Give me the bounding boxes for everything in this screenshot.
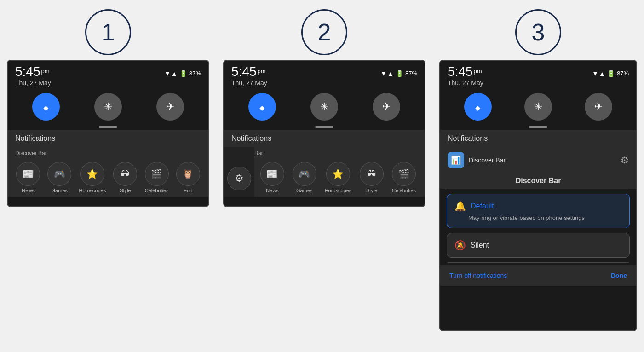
celebrities-label-1: Celebrities — [145, 188, 169, 193]
wifi-tile-2[interactable]: ⬥ — [248, 93, 276, 121]
silent-label: Silent — [471, 241, 489, 249]
scroll-indicator-2 — [224, 124, 425, 130]
celebrities-label-2: Celebrities — [392, 188, 416, 193]
default-option[interactable]: 🔔 Default May ring or vibrate based on p… — [447, 194, 630, 228]
status-icons-3: ▾ ▲ 🔋 87% — [593, 69, 629, 78]
games-icon-2: 🎮 — [293, 162, 316, 186]
games-label-1: Games — [52, 188, 68, 193]
bluetooth-tile-2[interactable]: ✳ — [310, 93, 338, 121]
fun-label-1: Fun — [184, 188, 192, 193]
date-1: Thu, 27 May — [15, 79, 51, 87]
default-desc: May ring or vibrate based on phone setti… — [454, 214, 622, 221]
celebrities-icon-1: 🎬 — [145, 162, 169, 186]
step-1-circle: 1 — [85, 9, 131, 55]
gear-overlay: ⚙ — [224, 147, 254, 197]
status-icons-1: ▾ ▲ 🔋 87% — [166, 69, 201, 78]
wifi-tile-1[interactable]: ⬥ — [32, 93, 60, 121]
step-2-number: 2 — [318, 18, 331, 46]
discover-item-games-1[interactable]: 🎮 Games — [47, 162, 71, 193]
discover-bar-row-left: 📊 Discover Bar — [448, 152, 506, 168]
discover-item-horoscopes-1[interactable]: ⭐ Horoscopes — [79, 162, 106, 193]
step-3: 3 5:45pm Thu, 27 May ▾ ▲ 🔋 87% — [439, 9, 637, 331]
gear-icon-overlay[interactable]: ⚙ — [227, 167, 251, 190]
discover-item-celebrities-1[interactable]: 🎬 Celebrities — [145, 162, 169, 193]
discover-item-style-2[interactable]: 🕶 Style — [360, 162, 384, 193]
style-icon-2: 🕶 — [360, 162, 384, 186]
steps-container: 1 5:45pm Thu, 27 May ▾ ▲ 🔋 87% — [9, 9, 635, 331]
signal-icon-2: ▲ — [387, 70, 394, 77]
scroll-pill-1 — [99, 126, 117, 128]
scroll-pill-2 — [315, 126, 334, 128]
divider-1 — [448, 189, 629, 189]
turn-off-notifications-button[interactable]: Turn off notifications — [449, 272, 507, 279]
signal-icon-3: ▲ — [599, 70, 605, 77]
bluetooth-tile-3[interactable]: ✳ — [524, 93, 552, 121]
airplane-tile-3[interactable]: ✈ — [585, 93, 612, 121]
horoscopes-icon-1: ⭐ — [80, 162, 104, 186]
date-3: Thu, 27 May — [448, 79, 483, 87]
default-option-row: 🔔 Default — [454, 201, 622, 212]
ampm-2: pm — [258, 68, 266, 75]
discover-bar-name-center: Discover Bar — [440, 173, 636, 189]
scroll-indicator-3 — [440, 124, 636, 130]
status-bar-2: 5:45pm Thu, 27 May ▾ ▲ 🔋 87% — [224, 61, 425, 89]
battery-pct-2: 87% — [405, 70, 417, 77]
screen-2: 5:45pm Thu, 27 May ▾ ▲ 🔋 87% ⬥ ✳ ✈ — [223, 60, 426, 207]
wifi-tile-3[interactable]: ⬥ — [464, 93, 492, 121]
time-1: 5:45pm — [15, 65, 51, 78]
games-icon-1: 🎮 — [47, 162, 71, 186]
discover-bar-label-1: Discover Bar — [8, 147, 208, 158]
battery-icon-1: 🔋 — [179, 70, 187, 77]
quick-tiles-1: ⬥ ✳ ✈ — [8, 89, 208, 124]
games-label-2: Games — [296, 188, 312, 193]
scroll-indicator-1 — [8, 124, 208, 130]
quick-tiles-2: ⬥ ✳ ✈ — [224, 89, 425, 124]
battery-pct-3: 87% — [617, 70, 629, 77]
discover-bar-title-3: Discover Bar — [469, 156, 506, 164]
done-button[interactable]: Done — [611, 272, 627, 279]
time-block-2: 5:45pm Thu, 27 May — [231, 65, 267, 87]
bluetooth-tile-1[interactable]: ✳ — [94, 93, 122, 121]
gear-icon-3[interactable]: ⚙ — [621, 155, 629, 166]
discover-item-games-2[interactable]: 🎮 Games — [293, 162, 316, 193]
status-icons-2: ▾ ▲ 🔋 87% — [382, 69, 417, 78]
screen-1: 5:45pm Thu, 27 May ▾ ▲ 🔋 87% ⬥ ✳ ✈ — [7, 60, 209, 207]
style-icon-1: 🕶 — [113, 162, 137, 186]
default-label: Default — [471, 202, 494, 210]
horoscopes-label-2: Horoscopes — [325, 188, 352, 193]
airplane-tile-1[interactable]: ✈ — [156, 93, 184, 121]
discover-section-2: Discover Bar 📰 News 🎮 Games ⭐ Horoscopes — [224, 147, 425, 197]
notifications-header-2: Notifications — [224, 130, 425, 147]
date-2: Thu, 27 May — [231, 79, 267, 87]
step-2-circle: 2 — [301, 9, 347, 55]
status-bar-1: 5:45pm Thu, 27 May ▾ ▲ 🔋 87% — [8, 61, 208, 89]
status-bar-3: 5:45pm Thu, 27 May ▾ ▲ 🔋 87% — [440, 61, 636, 89]
screen-3: 5:45pm Thu, 27 May ▾ ▲ 🔋 87% ⬥ ✳ ✈ — [439, 60, 637, 331]
silent-option[interactable]: 🔕 Silent — [447, 233, 630, 258]
discover-item-celebrities-2[interactable]: 🎬 Celebrities — [392, 162, 416, 193]
ampm-3: pm — [474, 68, 482, 75]
discover-item-news-2[interactable]: 📰 News — [260, 162, 284, 193]
step-3-circle: 3 — [515, 9, 561, 55]
discover-item-news-1[interactable]: 📰 News — [16, 162, 40, 193]
wifi-status-icon-1: ▾ — [166, 69, 169, 78]
step-3-number: 3 — [532, 18, 545, 46]
discover-item-horoscopes-2[interactable]: ⭐ Horoscopes — [325, 162, 352, 193]
news-label-1: News — [22, 188, 34, 193]
time-main-1: 5:45 — [15, 64, 40, 79]
notifications-header-3: Notifications — [440, 130, 636, 147]
time-main-2: 5:45 — [231, 64, 257, 79]
battery-icon-2: 🔋 — [396, 70, 403, 77]
discover-item-fun-1[interactable]: 🦉 Fun — [176, 162, 200, 193]
style-label-2: Style — [366, 188, 377, 193]
celebrities-icon-2: 🎬 — [392, 162, 416, 186]
divider-2 — [448, 262, 629, 263]
battery-pct-1: 87% — [189, 70, 201, 77]
wifi-status-icon-2: ▾ — [382, 69, 385, 78]
bell-ring-icon: 🔔 — [454, 201, 466, 212]
ampm-1: pm — [41, 68, 50, 75]
time-main-3: 5:45 — [448, 64, 473, 79]
airplane-tile-2[interactable]: ✈ — [373, 93, 400, 121]
discover-item-style-1[interactable]: 🕶 Style — [113, 162, 137, 193]
fun-icon-1: 🦉 — [176, 162, 200, 186]
